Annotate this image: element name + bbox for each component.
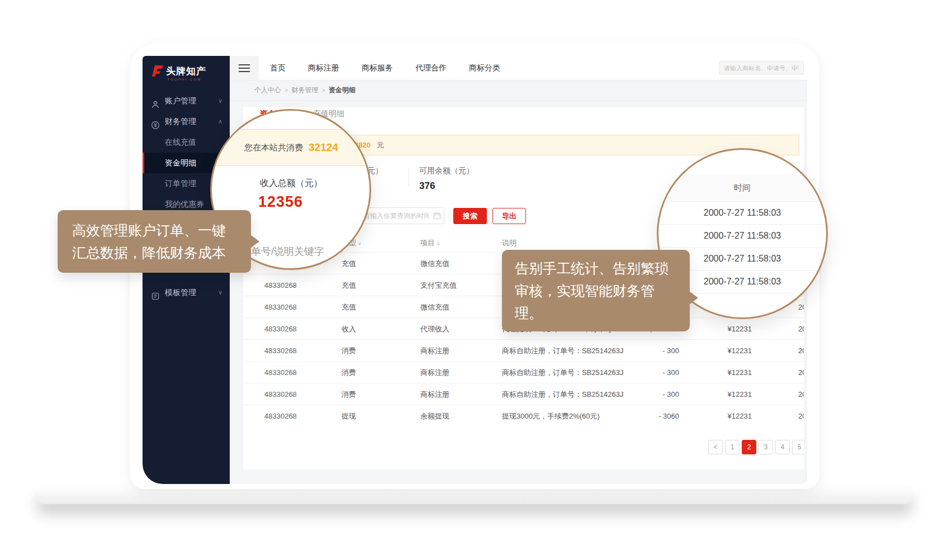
cell: 2000-7-27 11:58:03 bbox=[798, 383, 804, 405]
sidebar-item-财务管理[interactable]: 财务管理∧ bbox=[143, 111, 230, 132]
cell: 支付宝充值 bbox=[420, 274, 493, 296]
nav-item-代理合作[interactable]: 代理合作 bbox=[404, 63, 458, 73]
cell: ¥12231 bbox=[690, 405, 752, 427]
lens-banner-label: 您在本站共消费 bbox=[244, 143, 303, 153]
template-icon bbox=[151, 288, 160, 309]
brand-logo-icon bbox=[150, 64, 165, 80]
cell: 48330268 bbox=[264, 362, 337, 383]
trademark-search-input[interactable] bbox=[719, 61, 804, 75]
stat-label: 可用余额（元） bbox=[419, 166, 474, 176]
breadcrumb-item[interactable]: 财务管理 bbox=[291, 86, 318, 94]
pagination-page-1[interactable]: 1 bbox=[725, 440, 740, 454]
chevron-up-icon: ∧ bbox=[218, 111, 222, 132]
breadcrumb-separator: > bbox=[285, 87, 288, 93]
breadcrumb-separator: > bbox=[321, 87, 325, 93]
lens-time-row: 2000-7-27 11:58:03 bbox=[658, 224, 826, 248]
pagination-page-3[interactable]: 3 bbox=[759, 440, 773, 454]
brand-logo[interactable]: 头牌知产 TOUPAI.COM bbox=[149, 63, 227, 87]
callout-left: 高效管理账户订单、一键汇总数据，降低财务成本 bbox=[58, 210, 251, 273]
cell: 2000-7-27 11:58:03 bbox=[798, 296, 804, 318]
cell: 商标注册 bbox=[420, 362, 493, 383]
pagination-page-2[interactable]: 2 bbox=[742, 440, 756, 454]
cell: ¥12231 bbox=[690, 340, 752, 362]
table-row: 48330268消费商标注册商标自助注册，订单号：SB2514263J- 300… bbox=[243, 339, 804, 362]
cell: 48330268 bbox=[264, 318, 337, 340]
cell: 商标注册 bbox=[420, 340, 493, 362]
sidebar-item-在线充值[interactable]: 在线充值 bbox=[143, 132, 230, 153]
lens-income-label: 收入总额（元） bbox=[260, 178, 323, 189]
sort-chevron-icon[interactable]: ∨ bbox=[358, 241, 362, 246]
pagination-page-5[interactable]: 5 bbox=[792, 440, 804, 454]
cell: 消费 bbox=[342, 362, 403, 383]
callout-text: 高效管理账户订单、一键汇总数据，降低财务成本 bbox=[72, 222, 226, 260]
cell: 消费 bbox=[342, 383, 403, 405]
date-query-input[interactable] bbox=[357, 207, 444, 224]
callout-arrow bbox=[250, 235, 259, 248]
cell: 2000-7-27 11:58:03 bbox=[798, 362, 804, 383]
sidebar-item-模板管理[interactable]: 模板管理∨ bbox=[143, 282, 230, 303]
cell: ¥12231 bbox=[690, 383, 752, 405]
cell: - 3060 bbox=[612, 405, 679, 427]
cell: 48330268 bbox=[264, 383, 337, 405]
top-navbar: 首页商标注册商标服务代理合作商标分类 bbox=[230, 56, 807, 80]
cell: ¥12231 bbox=[690, 362, 752, 383]
chevron-down-icon: ∨ bbox=[218, 91, 222, 111]
cell: 48330268 bbox=[264, 405, 337, 427]
cell: 消费 bbox=[342, 340, 403, 362]
sidebar-item-label: 订单管理 bbox=[165, 173, 196, 194]
hamburger-menu-icon[interactable] bbox=[230, 56, 259, 80]
nav-item-商标注册[interactable]: 商标注册 bbox=[297, 63, 350, 73]
lens-income-value: 12356 bbox=[258, 193, 303, 211]
nav-item-首页[interactable]: 首页 bbox=[259, 63, 297, 73]
stat-value: 376 bbox=[419, 181, 474, 192]
pagination-prev-button[interactable]: < bbox=[708, 440, 723, 454]
cell: 48330268 bbox=[264, 340, 337, 362]
calendar-icon[interactable] bbox=[433, 212, 441, 222]
pagination-page-4[interactable]: 4 bbox=[775, 440, 790, 454]
nav-item-商标服务[interactable]: 商标服务 bbox=[350, 63, 404, 73]
cell: 微信充值 bbox=[420, 253, 493, 274]
nav-item-商标分类[interactable]: 商标分类 bbox=[458, 63, 511, 73]
sidebar-item-label: 模板管理 bbox=[165, 282, 196, 303]
callout-right: 告别手工统计、告别繁琐审核，实现智能财务管理。 bbox=[502, 250, 690, 331]
top-nav-items: 首页商标注册商标服务代理合作商标分类 bbox=[259, 56, 511, 80]
sidebar-item-label: 在线充值 bbox=[165, 132, 196, 153]
cell: 微信充值 bbox=[420, 296, 493, 318]
cell: 余额提现 bbox=[420, 405, 493, 427]
breadcrumb-item[interactable]: 个人中心 bbox=[254, 86, 281, 94]
lens-time-row: 2000-7-27 11:58:03 bbox=[658, 201, 826, 225]
column-header-项目[interactable]: 项目∨ bbox=[420, 234, 493, 253]
cell: - 300 bbox=[612, 383, 679, 405]
cell: 2000-7-27 11:58:03 bbox=[798, 340, 804, 362]
cell: - 300 bbox=[612, 362, 679, 383]
lens-banner-strip: 您在本站共消费 32124 bbox=[210, 129, 371, 166]
breadcrumb: 个人中心>财务管理>资金明细 bbox=[230, 80, 807, 101]
search-button[interactable]: 搜索 bbox=[453, 208, 487, 224]
sidebar-item-账户管理[interactable]: 账户管理∨ bbox=[143, 91, 230, 111]
table-row: 48330268提现余额提现提现3000元，手续费2%(60元)- 3060¥1… bbox=[243, 405, 804, 427]
export-button[interactable]: 导出 bbox=[492, 208, 526, 224]
cell: ¥12231 bbox=[690, 318, 752, 340]
chevron-down-icon: ∨ bbox=[218, 282, 222, 303]
cell: 充值 bbox=[342, 253, 403, 274]
table-row: 48330268消费商标注册商标自助注册，订单号：SB2514263J- 300… bbox=[243, 383, 804, 405]
stat-available-balance: 可用余额（元） 376 bbox=[419, 166, 474, 192]
callout-arrow bbox=[689, 291, 698, 305]
cell: 代理收入 bbox=[420, 318, 493, 340]
laptop-base bbox=[36, 487, 913, 504]
cell: 48330268 bbox=[264, 296, 337, 318]
lens-time-header: 时间 bbox=[658, 174, 826, 202]
table-row: 48330268消费商标注册商标自助注册，订单号：SB2514263J- 300… bbox=[243, 361, 804, 383]
cell: - 300 bbox=[612, 340, 679, 362]
cell: 2000-7-27 11:58:03 bbox=[798, 318, 804, 340]
brand-caption: TOUPAI.COM bbox=[167, 78, 201, 81]
cell: 充值 bbox=[342, 274, 403, 296]
cell: 48330268 bbox=[264, 274, 337, 296]
cell: 商标注册 bbox=[420, 383, 493, 405]
stat-divider bbox=[409, 168, 409, 187]
sort-chevron-icon[interactable]: ∨ bbox=[437, 241, 440, 246]
cell: 提现 bbox=[342, 405, 403, 427]
brand-name: 头牌知产 bbox=[166, 65, 206, 78]
breadcrumb-item: 资金明细 bbox=[329, 86, 356, 94]
lens-banner-amount: 32124 bbox=[309, 141, 338, 154]
